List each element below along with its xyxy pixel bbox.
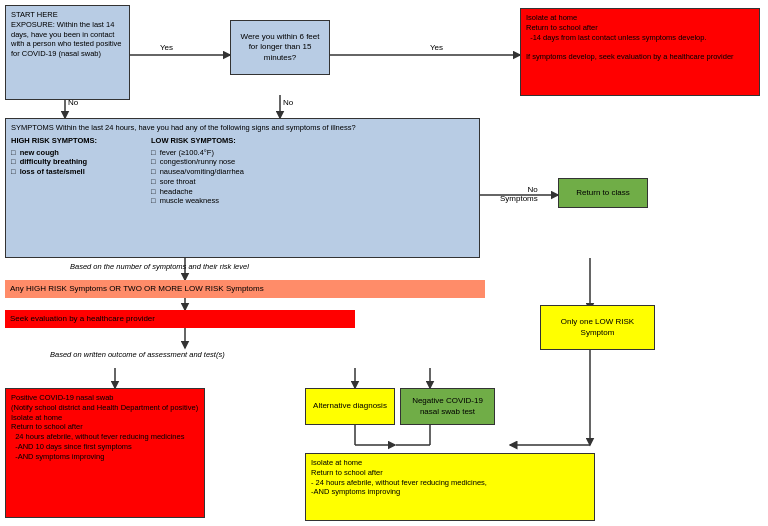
no2-label: No xyxy=(283,98,293,107)
written-outcome-label: Based on written outcome of assessment a… xyxy=(50,350,225,359)
symptoms-title: SYMPTOMS Within the last 24 hours, have … xyxy=(11,123,474,133)
return-class-box: Return to class xyxy=(558,178,648,208)
yes2-label: Yes xyxy=(430,43,443,52)
positive-swab-box: Positive COVID-19 nasal swab (Notify sch… xyxy=(5,388,205,518)
isolate-top-text: Isolate at home Return to school after -… xyxy=(526,13,754,62)
isolate-bottom-box: Isolate at home Return to school after -… xyxy=(305,453,595,521)
start-text: START HERE EXPOSURE: Within the last 14 … xyxy=(11,10,124,59)
only-one-low-box: Only one LOW RISK Symptom xyxy=(540,305,655,350)
within6feet-box: Were you within 6 feet for longer than 1… xyxy=(230,20,330,75)
negative-swab-text: Negative COVID-19 nasal swab test xyxy=(406,396,489,417)
alt-diagnosis-text: Alternative diagnosis xyxy=(313,401,387,411)
no1-label: No xyxy=(68,98,78,107)
isolate-bottom-text: Isolate at home Return to school after -… xyxy=(311,458,589,497)
start-box: START HERE EXPOSURE: Within the last 14 … xyxy=(5,5,130,100)
alt-diagnosis-box: Alternative diagnosis xyxy=(305,388,395,425)
only-one-low-text: Only one LOW RISK Symptom xyxy=(546,317,649,338)
yes1-label: Yes xyxy=(160,43,173,52)
negative-swab-box: Negative COVID-19 nasal swab test xyxy=(400,388,495,425)
positive-swab-text: Positive COVID-19 nasal swab (Notify sch… xyxy=(11,393,199,461)
high-risk-bar-text: Any HIGH RISK Symptoms OR TWO OR MORE LO… xyxy=(10,284,264,294)
symptoms-box: SYMPTOMS Within the last 24 hours, have … xyxy=(5,118,480,258)
no-symptoms-label: No Symptoms xyxy=(500,185,538,203)
within6feet-text: Were you within 6 feet for longer than 1… xyxy=(236,32,324,63)
low-risk-symptoms: LOW RISK SYMPTOMS: □ fever (≥100.4°F) □ … xyxy=(151,136,474,206)
isolate-top-box: Isolate at home Return to school after -… xyxy=(520,8,760,96)
high-risk-bar: Any HIGH RISK Symptoms OR TWO OR MORE LO… xyxy=(5,280,485,298)
return-class-text: Return to class xyxy=(576,188,629,198)
risk-level-label: Based on the number of symptoms and thei… xyxy=(70,262,249,271)
seek-eval-box: Seek evaluation by a healthcare provider xyxy=(5,310,355,328)
seek-eval-text: Seek evaluation by a healthcare provider xyxy=(10,314,155,324)
high-risk-symptoms: HIGH RISK SYMPTOMS: □ new cough □ diffic… xyxy=(11,136,141,206)
